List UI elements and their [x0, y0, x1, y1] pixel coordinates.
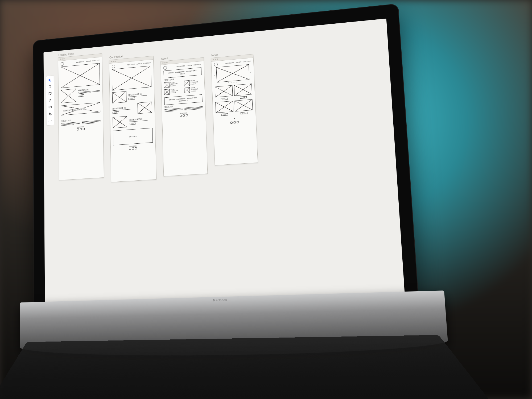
thumb-placeholder — [215, 85, 233, 97]
cta-button: CTA — [78, 94, 84, 97]
logo-icon — [112, 64, 115, 68]
highlight-image-placeholder — [137, 102, 152, 114]
wireframe-frame[interactable]: PRODUCTS ABOUT CONTACT PRODUCT #1 — [58, 53, 104, 180]
artboard-canvas[interactable]: Landing Page PRODUCTS ABOUT CONT — [58, 22, 400, 303]
nav-contact: CONTACT — [143, 62, 151, 64]
nav-links: PRODUCTS ABOUT CONTACT — [76, 60, 100, 64]
carousel-image-placeholder — [216, 64, 249, 82]
crop-tool[interactable] — [47, 111, 53, 118]
nav-products: PRODUCTS — [76, 61, 84, 63]
artboard-landing[interactable]: Landing Page PRODUCTS ABOUT CONT — [58, 49, 104, 180]
thumb-placeholder — [215, 101, 233, 113]
chevron-right-icon: › — [250, 70, 251, 73]
carousel: ‹ › — [214, 64, 252, 83]
nav-links: PRODUCTS ABOUT CONTACT — [225, 60, 251, 64]
team-grid: NAME SURNAMEPosition NAME SURNAMEPositio… — [164, 79, 202, 95]
comment-tool[interactable] — [47, 104, 53, 111]
nav-contact: CONTACT — [92, 60, 100, 62]
cta-button: CTA — [240, 96, 247, 99]
note-tool[interactable] — [47, 90, 53, 97]
team-statement: SHORT STATEMENT ABOUT THE TEAM — [168, 69, 197, 75]
nav-about: ABOUT — [86, 60, 91, 63]
company-statement: SHORT STATEMENT ABOUT THE COMPANY — [169, 97, 197, 102]
nav-about: ABOUT — [236, 61, 241, 64]
cta-button: CTA — [221, 113, 228, 116]
artboard-news[interactable]: News PRODUCTS ABOUT CONTACT — [211, 50, 258, 165]
laptop-screen: T ··· Landing Page — [43, 18, 405, 311]
nav-products: PRODUCTS — [176, 65, 185, 68]
pointer-tool[interactable] — [47, 77, 53, 84]
hero-image-placeholder — [61, 63, 100, 88]
cta-button: CTA — [113, 111, 119, 114]
wireframe-frame[interactable]: PRODUCTS ABOUT CONTACT ‹ › • ○ ○ ○ — [211, 54, 258, 165]
nav-contact: CONTACT — [193, 64, 201, 66]
details-box: DETAILS — [113, 128, 153, 145]
avatar-placeholder — [164, 89, 170, 95]
thumb-placeholder — [234, 84, 252, 96]
nav-links: PRODUCTS ABOUT CONTACT — [176, 64, 201, 68]
thumb-placeholder — [234, 99, 253, 111]
cta-button: CTA — [241, 112, 248, 114]
cta-button: CTA — [129, 97, 135, 100]
nav-about: ABOUT — [187, 64, 192, 67]
svg-rect-0 — [49, 106, 52, 108]
avatar-placeholder — [184, 87, 190, 93]
wireframe-frame[interactable]: PRODUCTS ABOUT CONTACT SHORT STATEMENT A… — [160, 57, 208, 176]
highlight-image-placeholder — [113, 116, 127, 128]
wireframe-app: T ··· Landing Page — [43, 18, 405, 311]
nav-products: PRODUCTS — [127, 64, 135, 66]
nav-links: PRODUCTS ABOUT CONTACT — [127, 62, 151, 66]
nav-contact: CONTACT — [243, 60, 251, 63]
hero-image-placeholder — [112, 66, 151, 90]
cta-button: CTA — [129, 122, 136, 125]
news-grid: CTA CTA CTA CTA — [215, 84, 253, 116]
product-image-placeholder — [61, 89, 76, 103]
nav-products: PRODUCTS — [225, 62, 234, 65]
logo-icon — [214, 63, 218, 66]
text-tool[interactable]: T — [47, 83, 53, 90]
chevron-left-icon: ‹ — [214, 73, 215, 77]
artboard-product[interactable]: Our Product PRODUCTS ABOUT CONTACT — [109, 52, 156, 182]
logo-icon — [163, 66, 167, 70]
nav-about: ABOUT — [137, 63, 142, 65]
avatar-placeholder — [164, 82, 170, 88]
avatar-placeholder — [184, 80, 190, 86]
details-label: DETAILS — [129, 135, 137, 138]
highlight-image-placeholder — [112, 91, 127, 103]
more-tool[interactable]: ··· — [47, 117, 53, 124]
logo-icon — [61, 62, 64, 66]
laptop-mock: T ··· Landing Page — [33, 3, 420, 333]
arrow-tool[interactable] — [47, 97, 53, 104]
artboard-about[interactable]: About PRODUCTS ABOUT CONTACT — [160, 53, 208, 176]
wireframe-frame[interactable]: PRODUCTS ABOUT CONTACT HIGHLIGHT #1 — [109, 56, 156, 182]
cta-button: CTA — [221, 98, 228, 100]
tool-palette: T ··· — [46, 75, 54, 126]
